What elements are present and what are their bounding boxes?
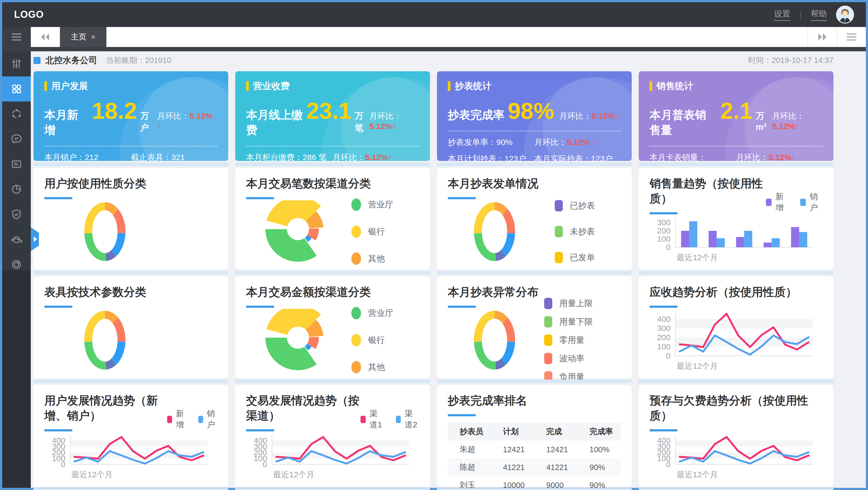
donut-chart <box>44 309 217 371</box>
header-divider: | <box>799 10 802 19</box>
chart-title: 应收趋势分析（按使用性质） <box>650 285 797 300</box>
legend-item[interactable]: 波动率 <box>544 353 593 364</box>
pie-clock-icon <box>10 183 23 195</box>
svg-text:100: 100 <box>657 234 671 243</box>
compass-icon <box>10 259 23 270</box>
legend-marker <box>766 199 772 206</box>
legend-marker <box>351 253 361 265</box>
title-underline <box>650 212 678 215</box>
stat-row: 本月柜台缴费：286 笔 <box>246 152 333 161</box>
main-metric-label: 本月线上缴费 <box>246 107 303 138</box>
user-avatar[interactable] <box>836 6 854 24</box>
dashed-divider <box>44 146 217 146</box>
dashed-divider <box>650 146 823 146</box>
settings-link[interactable]: 设置 <box>774 8 790 21</box>
legend-marker <box>351 198 361 211</box>
legend-marker <box>396 416 401 423</box>
help-link[interactable]: 帮助 <box>811 8 827 21</box>
legend-item[interactable]: 用量下限 <box>544 316 593 327</box>
legend-item[interactable]: 营业厅 <box>351 198 393 211</box>
mom-ratio: 月环比：5.12%↑ <box>369 111 419 131</box>
main-metric-unit: 万笔 <box>355 110 369 134</box>
legend-item[interactable]: 已发单 <box>555 252 595 263</box>
table-row: 陈超41221 4122190% <box>448 458 621 476</box>
sidebar-item-reports[interactable] <box>2 177 31 202</box>
legend-item[interactable]: 未抄表 <box>555 226 595 237</box>
legend-item[interactable]: 营业厅 <box>351 307 393 319</box>
bar-chart: 0100200300最近12个月 <box>650 216 823 263</box>
legend-marker <box>544 371 552 383</box>
chart-card-user-trend-line: 用户发展情况趋势（新增、销户） 新增 销户 0100200300400最近12个… <box>33 385 228 487</box>
legend-marker <box>351 361 361 373</box>
legend-item[interactable]: 已抄表 <box>555 200 595 211</box>
stat-card-user-growth: 用户发展 本月新增 18.2 万户 月环比：5.12% ↑ 本月销户：212 截… <box>33 71 228 161</box>
panel-expand-handle[interactable] <box>31 227 39 251</box>
legend-item[interactable]: 其他 <box>351 253 393 265</box>
legend-item[interactable]: 零用量 <box>544 334 593 346</box>
double-arrow-left-icon <box>40 33 50 41</box>
stat-card-title: 营业收费 <box>253 80 290 92</box>
title-accent-bar <box>44 81 47 91</box>
legend-marker <box>544 353 552 364</box>
chart-card-reading-anomalies: 本月抄表异常分布 用量上限 用量下限 零用量 波动率 负用量 <box>437 276 632 378</box>
legend-item[interactable]: 销户 <box>198 408 217 430</box>
ratio-value: 5.12%↑ <box>369 122 396 131</box>
sidebar-item-sliders[interactable] <box>2 51 31 76</box>
hamburger-icon <box>11 33 22 41</box>
stat-row: 月环比：5.12%↑ <box>736 152 823 161</box>
chart-title: 交易发展情况趋势（按渠道） <box>246 393 361 423</box>
legend-item[interactable]: 新增 <box>167 408 186 430</box>
dashboard-content: 北控水务公司 当前账期：201910 时间：2019-10-17 14:37 用… <box>31 51 866 488</box>
legend-item[interactable]: 新增 <box>766 191 788 213</box>
legend-item[interactable]: 用量上限 <box>544 298 593 309</box>
tab-home[interactable]: 主页 × <box>60 27 106 47</box>
chart-title: 用户发展情况趋势（新增、销户） <box>44 393 167 423</box>
message-bubble-icon <box>10 133 23 145</box>
svg-text:300: 300 <box>657 324 671 333</box>
sidebar-item-planet[interactable] <box>2 227 31 252</box>
chart-legend: 营业厅 银行 其他 <box>351 307 393 373</box>
sidebar-item-security[interactable] <box>2 202 31 227</box>
company-name: 北控水务公司 <box>45 55 97 66</box>
app-logo: LOGO <box>14 9 44 20</box>
tab-bar: 主页 × <box>2 27 866 47</box>
sidebar-nav <box>2 51 31 488</box>
sliders-icon <box>10 58 23 70</box>
chart-legend: 营业厅 银行 其他 <box>351 198 393 265</box>
legend-item[interactable]: 销户 <box>800 191 823 213</box>
legend-item[interactable]: 银行 <box>351 225 393 238</box>
stat-card-title: 销售统计 <box>656 80 693 92</box>
title-accent-bar <box>246 81 249 91</box>
sidebar-collapse-button[interactable] <box>2 27 31 47</box>
legend-item[interactable]: 渠道1 <box>361 408 384 430</box>
sidebar-item-messages[interactable] <box>2 127 31 152</box>
column-header: 计划 <box>491 423 534 440</box>
sidebar-item-share[interactable] <box>2 101 31 127</box>
title-underline <box>650 305 678 308</box>
tabs-scroll-right-button[interactable] <box>807 27 837 47</box>
tab-close-icon[interactable]: × <box>91 32 96 41</box>
double-arrow-right-icon <box>817 33 827 41</box>
legend-item[interactable]: 负用量 <box>544 371 593 383</box>
current-period: 当前账期：201910 <box>106 55 171 66</box>
sidebar-item-compass[interactable] <box>2 252 31 277</box>
main-metric-label: 抄表完成率 <box>448 107 504 123</box>
chart-legend: 新增 销户 <box>766 191 823 215</box>
menu-lines-icon <box>846 33 857 41</box>
chart-title: 预存与欠费趋势分析（按使用性质） <box>650 393 823 423</box>
legend-item[interactable]: 其他 <box>351 361 393 373</box>
legend-item[interactable]: 银行 <box>351 334 393 347</box>
info-bar: 北控水务公司 当前账期：201910 时间：2019-10-17 14:37 <box>33 53 833 68</box>
chart-legend: 渠道1 渠道2 <box>361 408 419 431</box>
chart-card-receivable-trend: 应收趋势分析（按使用性质） 0100200300400最近12个月 <box>639 276 833 378</box>
sidebar-item-documents[interactable] <box>2 152 31 177</box>
chart-card-users-by-nature: 用户按使用性质分类 <box>33 168 228 269</box>
dashboard-grid-icon <box>10 83 23 95</box>
legend-item[interactable]: 渠道2 <box>396 408 419 430</box>
sidebar-item-dashboard[interactable] <box>2 76 31 101</box>
stat-card-sales: 销售统计 本月普表销售量 2.1 万m³ 月环比：5.12%↑ 本月卡表销量：1… <box>639 71 833 161</box>
title-accent-bar <box>448 81 451 91</box>
tabs-menu-button[interactable] <box>837 27 866 47</box>
main-metric-unit: 万m³ <box>756 110 772 132</box>
tabs-scroll-left-button[interactable] <box>31 27 60 47</box>
